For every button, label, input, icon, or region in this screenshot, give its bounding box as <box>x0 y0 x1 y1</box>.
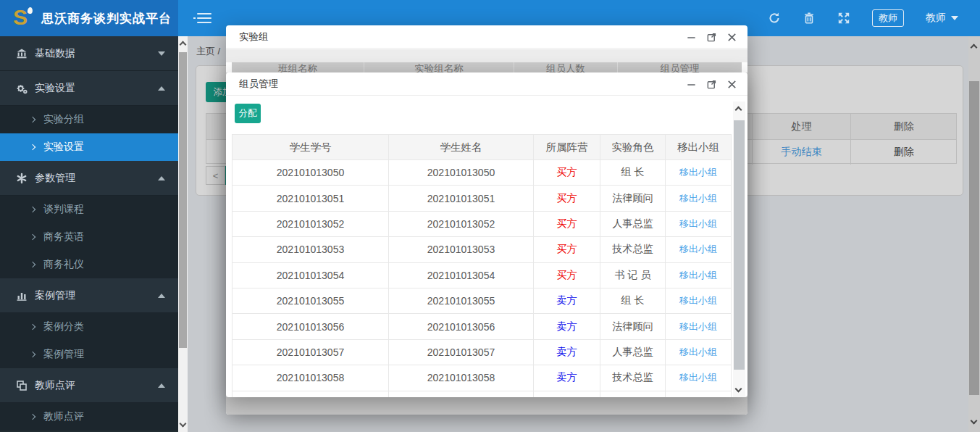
group-table-header-dimmed: 班组名称 实验组名称 组员人数 组员管理 <box>232 62 742 72</box>
minimize-icon[interactable] <box>686 79 697 90</box>
fullscreen-icon[interactable] <box>837 12 850 25</box>
table-row: 202101013050 202101013050 买方 组 长 移出小组 <box>233 160 731 186</box>
table-row: 202101013055 202101013055 卖方 组 长 移出小组 <box>233 288 731 314</box>
modal-scrollbar[interactable] <box>733 101 745 397</box>
user-dropdown[interactable]: 教师 <box>926 12 958 25</box>
chevron-right-icon <box>30 117 35 122</box>
scrollbar-thumb[interactable] <box>179 52 187 348</box>
close-icon[interactable] <box>726 79 737 90</box>
chevron-right-icon <box>30 234 35 240</box>
sidebar-subitem-case-category[interactable]: 案例分类 <box>0 313 178 341</box>
col-remove: 移出小组 <box>666 135 731 159</box>
sidebar-item-teacher-review[interactable]: 教师点评 <box>0 368 178 403</box>
remove-from-group-link[interactable]: 移出小组 <box>679 166 717 179</box>
student-id: 202101013055 <box>233 288 389 313</box>
table-row: 202101013057 202101013057 卖方 人事总监 移出小组 <box>233 340 731 365</box>
sidebar-subitem-experiment-settings[interactable]: 实验设置 <box>0 133 178 161</box>
camp-value: 卖方 <box>534 365 600 390</box>
modal-body-dimmed <box>226 49 747 62</box>
sidebar-item-label: 实验设置 <box>35 82 151 95</box>
sidebar-item-basic-data[interactable]: 基础数据 <box>0 36 178 71</box>
remove-from-group-link[interactable]: 移出小组 <box>679 217 717 230</box>
table-row: 202101013056 202101013056 卖方 法律顾问 移出小组 <box>233 314 731 339</box>
chevron-right-icon <box>30 144 35 150</box>
remove-from-group-link[interactable]: 移出小组 <box>679 346 717 359</box>
sidebar-subitem-case-management[interactable]: 案例管理 <box>0 341 178 368</box>
col-student-id: 学生学号 <box>233 135 389 159</box>
chevron-up-icon <box>158 383 165 388</box>
student-name: 202101013058 <box>389 365 534 390</box>
trash-icon[interactable] <box>803 12 816 25</box>
role-value: 组 长 <box>600 288 666 313</box>
scroll-up-icon[interactable] <box>735 107 742 114</box>
role-value: 人事总监 <box>600 212 666 236</box>
modal-title: 组员管理 <box>239 78 278 91</box>
student-name: 202101013053 <box>389 237 534 262</box>
remove-from-group-link[interactable]: 移出小组 <box>679 243 717 256</box>
camp-value: 买方 <box>534 160 600 185</box>
modal-title: 实验组 <box>239 30 269 43</box>
sidebar-subitem-experiment-grouping[interactable]: 实验分组 <box>0 106 178 133</box>
brand-area[interactable]: S 思沃商务谈判实战平台 <box>0 0 178 36</box>
student-id: 202101013058 <box>233 365 389 390</box>
camp-value: 买方 <box>534 186 600 210</box>
student-name: 202101013056 <box>389 314 534 338</box>
chevron-down-icon <box>158 51 165 56</box>
table-row: 202101013053 202101013053 买方 技术总监 移出小组 <box>233 237 731 262</box>
refresh-icon[interactable] <box>768 12 781 25</box>
members-table-header: 学生学号 学生姓名 所属阵营 实验角色 移出小组 <box>233 135 731 160</box>
sidebar-subitem-negotiation-course[interactable]: 谈判课程 <box>0 196 178 223</box>
sidebar-subitem-teacher-review[interactable]: 教师点评 <box>0 403 178 431</box>
sidebar-item-case-management[interactable]: 案例管理 <box>0 278 178 313</box>
modal-controls <box>686 72 737 96</box>
sidebar-item-experiment-settings[interactable]: 实验设置 <box>0 71 178 106</box>
teacher-role-badge: 教师 <box>872 9 904 27</box>
table-row: 202101013051 202101013051 买方 法律顾问 移出小组 <box>233 186 731 211</box>
scroll-down-icon[interactable] <box>735 386 742 393</box>
remove-from-group-link[interactable]: 移出小组 <box>679 269 717 282</box>
scroll-down-icon[interactable] <box>180 420 187 428</box>
col-member-count: 组员人数 <box>514 62 618 72</box>
student-id: 202101013057 <box>233 340 389 365</box>
chevron-right-icon <box>30 324 35 330</box>
table-row: 202101013058 202101013058 卖方 技术总监 移出小组 <box>233 365 731 391</box>
role-value: 技术总监 <box>600 365 666 390</box>
col-class-name: 班组名称 <box>232 62 364 72</box>
asterisk-icon <box>16 173 28 184</box>
col-role: 实验角色 <box>600 135 666 159</box>
clone-icon <box>16 380 28 391</box>
sidebar-subitem-label: 教师点评 <box>43 410 84 423</box>
student-id: 202101013051 <box>233 186 389 210</box>
close-icon[interactable] <box>726 32 737 43</box>
role-value: 人事总监 <box>600 340 666 365</box>
remove-from-group-link[interactable]: 移出小组 <box>679 294 717 307</box>
remove-from-group-link[interactable]: 移出小组 <box>679 371 717 384</box>
col-student-name: 学生姓名 <box>389 135 534 159</box>
maximize-icon[interactable] <box>706 79 717 90</box>
student-name: 202101013055 <box>389 288 534 313</box>
sidebar-nav: 基础数据 实验设置 实验分组 实验设置 参数管理 谈判课程 <box>0 36 178 432</box>
sidebar-scrollbar[interactable] <box>178 36 188 432</box>
role-value: 法律顾问 <box>600 314 666 338</box>
camp-value: 卖方 <box>534 314 600 338</box>
scroll-up-icon[interactable] <box>180 41 187 49</box>
student-id: 202101013056 <box>233 314 389 338</box>
bar-chart-icon <box>16 290 28 302</box>
sidebar-item-parameters[interactable]: 参数管理 <box>0 161 178 196</box>
sidebar-toggle-icon[interactable] <box>197 12 212 24</box>
sidebar-subitem-label: 商务英语 <box>43 230 84 244</box>
sidebar-subitem-business-english[interactable]: 商务英语 <box>0 223 178 251</box>
sidebar-subitem-business-etiquette[interactable]: 商务礼仪 <box>0 251 178 278</box>
modal-controls <box>686 25 737 49</box>
minimize-icon[interactable] <box>686 32 697 43</box>
topbar-actions: 教师 教师 <box>768 0 958 36</box>
assign-button[interactable]: 分配 <box>235 104 261 123</box>
col-member-manage: 组员管理 <box>618 62 742 72</box>
remove-from-group-link[interactable]: 移出小组 <box>679 320 717 333</box>
role-value: 法律顾问 <box>600 186 666 210</box>
student-id: 202101013052 <box>233 212 389 236</box>
scrollbar-thumb[interactable] <box>734 120 745 370</box>
maximize-icon[interactable] <box>706 32 717 43</box>
student-name: 202101013057 <box>389 340 534 365</box>
remove-from-group-link[interactable]: 移出小组 <box>679 192 717 205</box>
